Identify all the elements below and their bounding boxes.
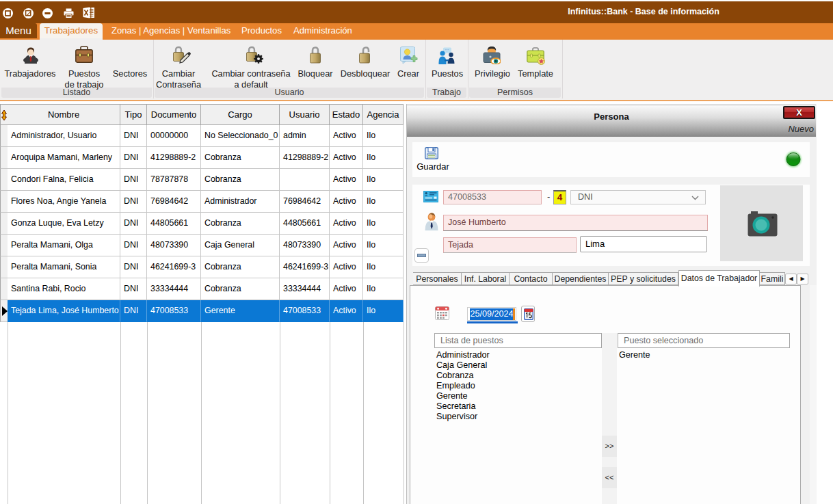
svg-text:".": "."	[445, 49, 449, 53]
